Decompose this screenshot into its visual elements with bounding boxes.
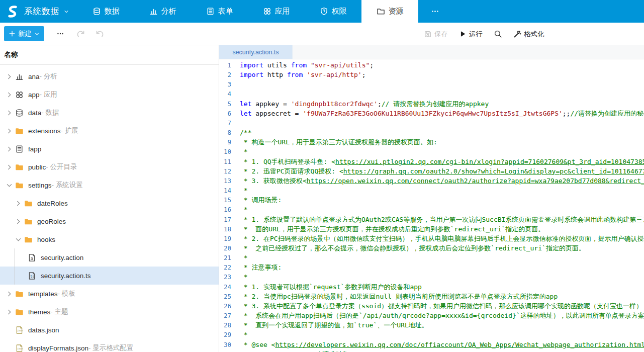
editor-tabbar: security.action.ts	[219, 45, 644, 59]
chevron-right-icon[interactable]	[14, 218, 22, 225]
tree-item-themes[interactable]: themes - 主题	[0, 303, 219, 321]
nav-tab-data[interactable]: 数据	[77, 0, 134, 23]
code-line: 11 * 1. QQ手机扫码登录斗鱼: <https://xui.ptlogin…	[219, 157, 644, 166]
tree-item-hooks[interactable]: hooks	[0, 230, 219, 248]
nav-tab-label: 数据	[105, 7, 120, 16]
editor-tab-security-action-ts[interactable]: security.action.ts	[219, 45, 293, 59]
filejson-icon: json	[15, 326, 24, 334]
more-actions-icon[interactable]	[53, 27, 67, 41]
chevron-down-icon[interactable]	[14, 236, 22, 243]
filejson-icon: json	[15, 344, 24, 352]
toolbar-right-group: 保存 运行 格式化	[424, 23, 544, 45]
redo-icon[interactable]	[73, 27, 87, 41]
brand-logo-icon	[5, 4, 20, 19]
tree-item-description: - 主题	[50, 307, 68, 316]
line-number: 21	[219, 253, 231, 262]
folder-icon	[15, 163, 24, 171]
tree-item-templates[interactable]: templates - 模板	[0, 285, 219, 303]
tree-item-displayFormats-json[interactable]: jsondisplayFormats.json - 显示格式配置	[0, 339, 219, 352]
save-button[interactable]: 保存	[424, 30, 448, 39]
line-number: 30	[219, 340, 231, 349]
play-icon	[459, 30, 467, 38]
folder-icon	[24, 235, 33, 244]
line-number: 3	[219, 79, 231, 89]
tree-item-security-action-ts[interactable]: tssecurity.action.ts	[0, 267, 219, 285]
chevron-right-icon[interactable]	[5, 163, 13, 171]
chevron-down-icon	[34, 31, 40, 37]
folder-icon	[15, 181, 24, 190]
tree-item-description: - 显示格式配置	[88, 343, 133, 352]
code-line: 15 * 调用场景:	[219, 195, 644, 205]
code-line: 29 *	[219, 330, 644, 339]
nav-tab-app[interactable]: 应用	[248, 0, 305, 23]
save-icon	[424, 30, 432, 38]
line-number: 28	[219, 320, 231, 330]
tree-item-name: ana	[28, 73, 40, 80]
line-number: 25	[219, 292, 231, 301]
chevron-right-icon[interactable]	[5, 127, 13, 135]
chevron-right-icon[interactable]	[5, 73, 13, 80]
code-line: 7	[219, 118, 644, 128]
code-line: 22 * 注意事项:	[219, 262, 644, 272]
line-number: 14	[219, 186, 231, 195]
shield-icon	[320, 7, 328, 16]
chevron-right-icon[interactable]	[5, 308, 13, 316]
nav-tab-analysis[interactable]: 分析	[134, 0, 191, 23]
chevron-down-icon[interactable]	[5, 182, 13, 189]
tree-item-settings[interactable]: settings - 系统设置	[0, 176, 219, 194]
form-icon	[206, 7, 215, 16]
tree-item-description: - 模板	[58, 289, 75, 298]
tree-item-name: settings	[28, 182, 52, 189]
tree-item-dateRoles[interactable]: dateRoles	[0, 194, 219, 212]
chevron-right-icon[interactable]	[5, 145, 13, 153]
tree-item-app[interactable]: app - 应用	[0, 85, 219, 104]
nav-tab-label: 表单	[218, 7, 233, 16]
line-number: 31	[219, 349, 231, 352]
nav-tab-more[interactable]	[418, 0, 451, 23]
code-line: 16 *	[219, 205, 644, 214]
nav-tab-form[interactable]: 表单	[191, 0, 248, 23]
folder-icon	[24, 199, 33, 208]
tree-item-fapp[interactable]: fapp	[0, 140, 219, 158]
tree-item-ana[interactable]: ana - 分析	[0, 67, 219, 85]
tree-item-name: geoRoles	[37, 218, 66, 225]
code-line: 31 * @param request web请求对象	[219, 349, 644, 352]
tree-item-name: security.action	[41, 254, 83, 261]
code-line: 9 * 构造一个URL，用于显示第三方认证授权服务器的授权页面。如:	[219, 137, 644, 147]
svg-text:a: a	[31, 255, 33, 260]
line-number: 27	[219, 311, 231, 320]
save-button-label: 保存	[434, 30, 448, 39]
line-number: 20	[219, 243, 231, 253]
app-switcher[interactable]: 系统数据	[0, 0, 77, 23]
nav-tab-permission[interactable]: 权限	[305, 0, 361, 23]
tree-item-name: extensions	[28, 127, 61, 135]
nav-tab-resource[interactable]: 资源	[361, 0, 418, 23]
run-button[interactable]: 运行	[459, 30, 483, 39]
svg-text:ts: ts	[30, 274, 35, 279]
tree-item-name: hooks	[37, 236, 55, 243]
code-line: 3	[219, 79, 644, 89]
line-number: 10	[219, 147, 231, 156]
chevron-right-icon[interactable]	[5, 109, 13, 117]
tree-item-description: - 公开目录	[46, 162, 77, 171]
new-button[interactable]: 新建	[4, 26, 44, 41]
filea-icon: a	[28, 253, 36, 262]
main-content: 名称 ana - 分析app - 应用data - 数据extensions -…	[0, 45, 644, 352]
search-button[interactable]	[494, 30, 502, 38]
nav-tab-label: 资源	[389, 7, 404, 16]
line-number: 9	[219, 137, 231, 147]
chevron-right-icon[interactable]	[5, 290, 13, 298]
filets-icon: ts	[28, 272, 36, 280]
code-editor[interactable]: 1import utils from "svr-api/utils";2impo…	[219, 59, 644, 352]
run-button-label: 运行	[469, 30, 483, 39]
tree-item-data[interactable]: data - 数据	[0, 104, 219, 122]
tree-item-datas-json[interactable]: jsondatas.json	[0, 321, 219, 339]
chevron-right-icon[interactable]	[14, 200, 22, 207]
format-button[interactable]: 格式化	[513, 30, 544, 39]
tree-item-security-action[interactable]: asecurity.action	[0, 248, 219, 267]
tree-item-public[interactable]: public - 公开目录	[0, 158, 219, 176]
undo-icon[interactable]	[93, 27, 107, 41]
tree-item-extensions[interactable]: extensions - 扩展	[0, 122, 219, 140]
tree-item-geoRoles[interactable]: geoRoles	[0, 212, 219, 230]
chevron-right-icon[interactable]	[5, 91, 13, 99]
